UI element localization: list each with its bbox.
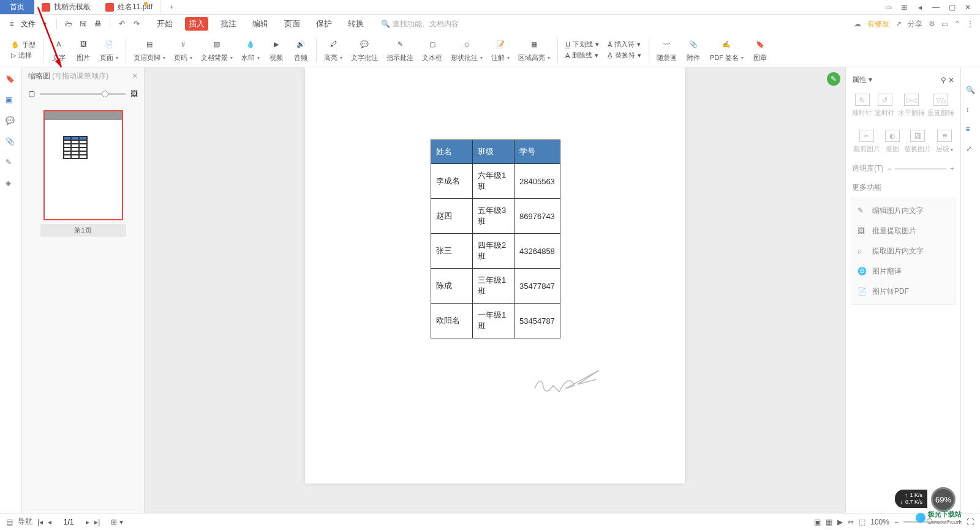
tool-watermark[interactable]: 💧水印	[238, 37, 263, 62]
tool-image[interactable]: 🖼图片	[72, 37, 95, 62]
first-page-icon[interactable]: |◂	[37, 518, 43, 526]
tool-freedraw[interactable]: 〰随意画	[653, 37, 680, 62]
share-label[interactable]: 分享	[908, 19, 922, 29]
tab-home[interactable]: 首页	[0, 0, 34, 14]
nav-toggle-icon[interactable]: ▤	[6, 518, 13, 526]
last-page-icon[interactable]: ▸|	[94, 518, 100, 526]
pin-icon[interactable]: ⚲	[941, 76, 946, 84]
zoom-in-thumb-icon[interactable]: 🖼	[130, 89, 138, 98]
edit-image-text[interactable]: ✎编辑图片内文字	[854, 201, 952, 221]
fit-page-icon[interactable]: ⬚	[859, 518, 865, 526]
grid-icon[interactable]: ⊞	[898, 1, 910, 13]
thumb-size-slider[interactable]	[40, 93, 126, 95]
print-icon[interactable]: 🖶	[92, 18, 104, 29]
tool-pdf-sign[interactable]: ✍PDF 签名	[706, 37, 747, 62]
minimize-icon[interactable]: —	[930, 1, 942, 13]
share-icon[interactable]: ↗	[895, 20, 902, 28]
tool-hand[interactable]: ✋ 手型	[11, 40, 36, 50]
tool-insert-symbol[interactable]: Ă 插入符 ▾	[608, 40, 641, 49]
translate-image[interactable]: 🌐图片翻译	[854, 261, 952, 282]
bookmark-icon[interactable]: 🔖	[6, 75, 17, 86]
tool-stamp[interactable]: 🔖图章	[748, 37, 772, 62]
view-mode-1-icon[interactable]: ▣	[814, 518, 821, 526]
zoom-out-thumb-icon[interactable]: ▢	[28, 89, 35, 98]
props-close-icon[interactable]: ✕	[948, 76, 954, 84]
zoom-out-icon[interactable]: −	[894, 518, 899, 526]
canvas-area[interactable]: ✎ 姓名 班级 学号 李成名六年级1班28405563 赵四五年级3班86976…	[145, 67, 845, 513]
tool-indicator[interactable]: ✎指示批注	[383, 37, 417, 62]
tool-note[interactable]: 📝注解	[488, 37, 513, 62]
ribbon-tab-protect[interactable]: 保护	[312, 17, 336, 31]
expand-icon[interactable]: ⤢	[966, 144, 976, 154]
prev-page-icon[interactable]: ◂	[48, 518, 51, 526]
file-menu[interactable]: 文件	[21, 19, 36, 29]
window-icon[interactable]: ▭	[941, 20, 948, 28]
thumbnail-page-1[interactable]: 第1页	[40, 110, 126, 237]
layout-icon[interactable]: ▭	[882, 1, 894, 13]
ribbon-search[interactable]: 🔍 查找功能、文档内容	[381, 19, 459, 29]
flip-h[interactable]: ▷◁水平翻转	[898, 94, 925, 118]
crop-image[interactable]: ✂裁剪图片	[853, 130, 880, 154]
ribbon-tab-start[interactable]: 开始	[153, 17, 176, 31]
tool-text-annot[interactable]: 💬文字批注	[347, 37, 382, 62]
layers-icon[interactable]: ◈	[6, 179, 17, 190]
more-icon[interactable]: ⋮	[967, 20, 974, 28]
tool-replace-symbol[interactable]: Ạ 替换符 ▾	[608, 51, 641, 60]
opacity-control[interactable]: 透明度(T)−+	[851, 160, 956, 177]
batch-extract-image[interactable]: 🖼批量提取图片	[854, 221, 952, 241]
tool-select[interactable]: ▷ 选择	[11, 51, 36, 60]
tool-page-number[interactable]: #页码	[170, 37, 196, 62]
chevron-down-icon[interactable]: ▾	[39, 18, 50, 29]
redo-icon[interactable]: ↷	[131, 18, 142, 29]
ribbon-tab-insert[interactable]: 插入	[185, 17, 208, 31]
comment-icon[interactable]: 💬	[6, 116, 17, 127]
maximize-icon[interactable]: ▢	[946, 1, 958, 13]
ribbon-tab-edit[interactable]: 编辑	[249, 17, 272, 31]
collapse-icon[interactable]: ⌃	[954, 20, 960, 28]
open-icon[interactable]: 🗁	[63, 18, 74, 29]
panel-close-icon[interactable]: ✕	[132, 72, 138, 80]
view-mode-3-icon[interactable]: ▶	[837, 518, 843, 526]
tool-attachment[interactable]: 📎附件	[682, 37, 705, 62]
save-icon[interactable]: 🖫	[78, 18, 89, 29]
fit-width-icon[interactable]: ⇔	[848, 518, 854, 526]
speaker-icon[interactable]: ◂	[914, 1, 926, 13]
mask-image[interactable]: ◐抠图	[885, 130, 900, 154]
signature-rail-icon[interactable]: ✎	[6, 158, 17, 169]
tool-textbox[interactable]: ▢文本框	[418, 37, 446, 62]
fullscreen-icon[interactable]: ⛶	[967, 518, 974, 526]
extract-image-text[interactable]: ⌕提取图片内文字	[854, 241, 952, 261]
tool-page[interactable]: 📄页面	[96, 37, 122, 62]
tool-underline[interactable]: U 下划线 ▾	[565, 40, 599, 49]
view-mode-2-icon[interactable]: ▦	[826, 518, 832, 526]
replace-image[interactable]: 🖼替换图片	[904, 130, 931, 154]
ribbon-tab-page[interactable]: 页面	[281, 17, 304, 31]
undo-icon[interactable]: ↶	[116, 18, 127, 29]
image-to-pdf[interactable]: 📄图片转PDF	[854, 282, 952, 302]
tool-background[interactable]: ▨文档背景	[197, 37, 236, 62]
tab-add[interactable]: ＋	[160, 0, 183, 14]
sliders-icon[interactable]: ≡	[966, 125, 976, 135]
attachments-icon[interactable]: 📎	[6, 137, 17, 148]
collab-badge[interactable]: ✎	[827, 72, 840, 86]
tool-text[interactable]: A文字	[47, 37, 70, 62]
magnify-icon[interactable]: 🔍	[966, 86, 976, 95]
layer-image[interactable]: ≣层级	[936, 130, 953, 154]
gear-icon[interactable]: ⚙	[929, 20, 935, 28]
tool-b-icon[interactable]: ↕	[966, 105, 976, 115]
ribbon-tab-convert[interactable]: 转换	[344, 17, 368, 31]
tool-video[interactable]: ▶视频	[265, 37, 288, 62]
thumbnails-icon[interactable]: ▣	[6, 95, 17, 106]
tool-shape-annot[interactable]: ◇形状批注	[447, 37, 486, 62]
nav-label[interactable]: 导航	[18, 517, 32, 527]
tool-highlight[interactable]: 🖍高亮	[320, 37, 346, 62]
tool-strikethrough[interactable]: A 删除线 ▾	[565, 51, 599, 60]
close-icon[interactable]: ✕	[962, 1, 974, 13]
rotate-ccw[interactable]: ↺逆时针	[875, 94, 895, 118]
hamburger-icon[interactable]: ≡	[6, 18, 17, 29]
flip-v[interactable]: ▽△垂直翻转	[927, 94, 954, 118]
tool-header-footer[interactable]: ▤页眉页脚	[130, 37, 169, 62]
tab-document[interactable]: 姓名11.pdf	[98, 0, 160, 14]
ribbon-tab-annotate[interactable]: 批注	[217, 17, 240, 31]
next-page-icon[interactable]: ▸	[86, 518, 89, 526]
